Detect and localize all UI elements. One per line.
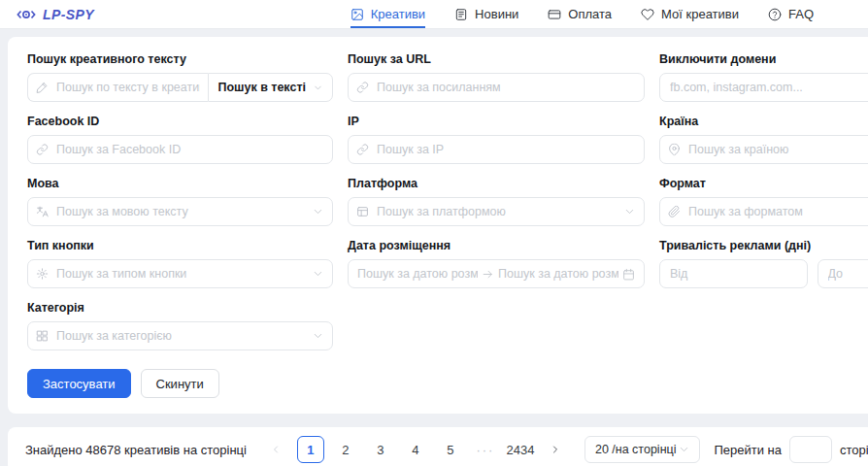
top-header: LP-SPY Креативи Новини Оплата Мої креати… [0, 0, 868, 29]
filter-button-type: Тип кнопки [27, 239, 333, 288]
filter-duration: Тривалість реклами (дні) [659, 239, 868, 288]
filter-language: Мова [27, 177, 333, 226]
filter-platform: Платформа [348, 177, 645, 226]
translate-icon [36, 206, 49, 218]
pagination-prev-button[interactable] [262, 436, 289, 463]
pagination-page-3[interactable]: 3 [367, 436, 394, 463]
pagination-ellipsis[interactable]: ··· [472, 436, 499, 463]
main-nav: Креативи Новини Оплата Мої креативи FAQ [351, 0, 814, 28]
duration-from-input[interactable] [659, 259, 808, 288]
gear-icon [36, 268, 49, 281]
question-circle-icon [768, 8, 782, 21]
nav-label: Мої креативи [661, 7, 739, 21]
pencil-icon [36, 82, 49, 94]
goto-page-input[interactable] [789, 436, 832, 463]
nav-label: FAQ [788, 7, 814, 21]
chevron-down-icon [678, 444, 690, 456]
chevron-down-icon [623, 206, 636, 218]
filter-facebook-id: Facebook ID [27, 115, 333, 164]
credit-card-icon [548, 8, 561, 21]
filter-label: Пошук за URL [348, 52, 645, 66]
filter-exclude-domains: Виключити домени [659, 52, 868, 102]
mode-label: Пошук в тексті [217, 81, 306, 94]
button-type-select[interactable] [27, 259, 333, 288]
date-to-input[interactable] [498, 261, 618, 286]
filter-label: Дата розміщення [348, 239, 645, 252]
page-size-select[interactable]: 20 /на сторінці [584, 436, 701, 463]
filter-label: Платформа [348, 177, 645, 190]
grid-icon [36, 330, 49, 343]
text-search-mode-select[interactable]: Пошук в тексті [208, 73, 333, 102]
pagination-next-button[interactable] [542, 436, 569, 463]
ip-input[interactable] [348, 135, 645, 164]
exclude-domains-input[interactable] [659, 73, 868, 102]
nav-label: Новини [475, 7, 518, 21]
filter-label: Виключити домени [659, 52, 868, 66]
pagination-page-1[interactable]: 1 [297, 436, 324, 463]
filter-creative-text: Пошук креативного тексту Пошук в тексті [27, 52, 333, 102]
pagination-page-5[interactable]: 5 [437, 436, 464, 463]
platform-select[interactable] [348, 197, 645, 226]
filter-label: Тип кнопки [27, 239, 333, 252]
filter-label: IP [348, 115, 645, 128]
paperclip-icon [668, 206, 681, 218]
filter-label: Мова [27, 177, 333, 190]
filters-panel: Пошук креативного тексту Пошук в тексті … [8, 37, 868, 414]
chevron-down-icon [312, 268, 324, 281]
window-icon [356, 206, 369, 218]
filter-label: Facebook ID [27, 115, 333, 128]
pagination-page-2[interactable]: 2 [332, 436, 359, 463]
results-bar: Знайдено 48678 креативів на сторінці 1 2… [8, 427, 868, 466]
goto-prefix-label: Перейти на [714, 443, 782, 457]
goto-suffix-label: сторінку [840, 443, 868, 457]
filter-label: Категорія [27, 301, 333, 315]
chevron-right-icon [550, 444, 561, 455]
filter-label: Пошук креативного тексту [27, 52, 333, 66]
filter-category: Категорія [27, 301, 333, 350]
reset-button[interactable]: Скинути [141, 369, 219, 398]
image-icon [351, 8, 364, 21]
pagination-page-last[interactable]: 2434 [507, 436, 534, 463]
logo-text: LP-SPY [43, 7, 94, 22]
category-select[interactable] [27, 321, 333, 350]
format-input[interactable] [659, 197, 868, 226]
nav-item-news[interactable]: Новини [454, 0, 518, 28]
heart-icon [641, 8, 654, 21]
filter-placement-date: Дата розміщення [348, 239, 645, 288]
app-logo[interactable]: LP-SPY [16, 0, 94, 28]
nav-item-my-creatives[interactable]: Мої креативи [641, 0, 739, 28]
location-pin-icon [668, 144, 681, 156]
chevron-down-icon [312, 206, 324, 218]
duration-to-input[interactable] [818, 259, 868, 288]
apply-button[interactable]: Застосувати [27, 369, 131, 398]
url-input[interactable] [348, 73, 645, 102]
filter-label: Формат [659, 177, 868, 190]
nav-item-faq[interactable]: FAQ [768, 0, 814, 28]
pagination-page-4[interactable]: 4 [402, 436, 429, 463]
creative-text-input[interactable] [27, 73, 208, 102]
results-summary: Знайдено 48678 креативів на сторінці [25, 443, 247, 457]
eye-logo-icon [16, 4, 37, 25]
chevron-down-icon [312, 330, 324, 343]
chevron-left-icon [270, 444, 282, 455]
nav-label: Оплата [568, 7, 612, 21]
nav-item-creatives[interactable]: Креативи [351, 0, 425, 28]
nav-item-payment[interactable]: Оплата [548, 0, 612, 28]
facebook-id-input[interactable] [27, 135, 333, 164]
news-icon [454, 8, 468, 21]
link-icon [356, 144, 369, 156]
link-icon [356, 82, 369, 94]
chevron-down-icon [313, 83, 323, 93]
link-icon [36, 144, 49, 156]
filter-label: Тривалість реклами (дні) [659, 239, 868, 252]
date-from-input[interactable] [357, 261, 478, 286]
filter-format: Формат [659, 177, 868, 226]
calendar-icon [622, 268, 635, 281]
filter-label: Країна [659, 115, 868, 128]
filter-url: Пошук за URL [348, 52, 645, 102]
date-range-picker[interactable] [348, 259, 645, 288]
page-size-label: 20 /на сторінці [595, 443, 677, 456]
country-input[interactable] [659, 135, 868, 164]
language-select[interactable] [27, 197, 333, 226]
filter-ip: IP [348, 115, 645, 164]
